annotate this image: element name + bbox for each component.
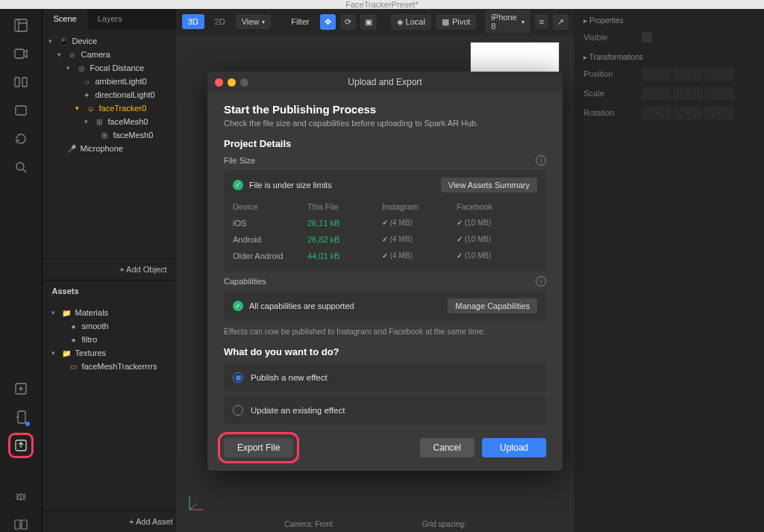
- modal-heading: Start the Publishing Process: [224, 103, 546, 116]
- modal-subheading: Check the file size and capabilities bef…: [224, 119, 546, 128]
- bounds-icon[interactable]: ▣: [360, 14, 377, 30]
- svg-point-7: [16, 163, 24, 170]
- manage-capabilities-button[interactable]: Manage Capabilities: [448, 298, 537, 313]
- radio-icon: [233, 405, 243, 416]
- mode-3d-button[interactable]: 3D: [182, 14, 204, 29]
- scene-tree: ▾📱Device ▾⎚Camera ▾◎Focal Distance ☼ambi…: [43, 30, 175, 258]
- video-icon[interactable]: [13, 46, 28, 61]
- tree-facemesh-b[interactable]: ⊞faceMesh0: [43, 128, 175, 142]
- radio-icon: [233, 372, 243, 383]
- scene-panel: Scene Layers ▾📱Device ▾⎚Camera ▾◎Focal D…: [43, 9, 175, 532]
- assets-textures[interactable]: ▾📁Textures: [43, 346, 175, 360]
- svg-line-20: [190, 504, 197, 510]
- tree-directional[interactable]: ✦directionalLight0: [43, 88, 175, 101]
- table-row: iOS26,11 kB✓ (4 MB)✓ (10 MB): [233, 215, 537, 231]
- export-icon[interactable]: [13, 438, 28, 453]
- upload-export-modal: Upload and Export Start the Publishing P…: [207, 72, 563, 471]
- tree-microphone[interactable]: 🎤Microphone: [43, 142, 175, 155]
- export-file-button[interactable]: Export File: [224, 438, 293, 457]
- scene-tabs: Scene Layers: [43, 9, 175, 30]
- tree-device[interactable]: ▾📱Device: [43, 34, 175, 48]
- check-icon: ✓: [233, 180, 243, 190]
- transformations-heading: ▸ Transformations: [583, 53, 755, 61]
- asset-filtro[interactable]: ●filtro: [43, 333, 175, 346]
- view-assets-summary-button[interactable]: View Assets Summary: [441, 178, 537, 193]
- capabilities-text: All capabilities are supported: [249, 301, 354, 310]
- svg-rect-12: [18, 411, 25, 423]
- assets-materials[interactable]: ▾📁Materials: [43, 306, 175, 319]
- viewport-toolbar: 3D 2D View ▾ Filter ✥ ⟳ ▣ ◈ Local ▦ Pivo…: [176, 9, 575, 34]
- columns-icon[interactable]: [13, 75, 28, 90]
- prop-rotation: Rotation---: [583, 106, 755, 119]
- sync-icon[interactable]: ⟳: [340, 14, 356, 30]
- search-icon[interactable]: [13, 160, 28, 175]
- tab-layers[interactable]: Layers: [87, 9, 133, 30]
- svg-rect-3: [15, 49, 24, 58]
- mode-2d-button[interactable]: 2D: [209, 14, 231, 29]
- list-icon[interactable]: ≡: [535, 14, 548, 29]
- svg-rect-6: [16, 106, 26, 115]
- window-titlebar: FaceTrackerPreset*: [0, 0, 764, 9]
- modal-title: Upload and Export: [207, 77, 563, 87]
- svg-rect-4: [15, 78, 19, 87]
- table-row: Older Android44,01 kB✓ (4 MB)✓ (10 MB): [233, 248, 537, 264]
- pivot-button[interactable]: ▦ Pivot: [436, 14, 476, 30]
- info-icon[interactable]: i: [536, 276, 546, 287]
- filesize-label: File Size: [224, 156, 255, 165]
- tree-facetracker[interactable]: ▾☺faceTracker0: [43, 101, 175, 115]
- assets-panel: Assets ▾📁Materials ●smooth ●filtro ▾📁Tex…: [43, 280, 175, 532]
- visible-checkbox[interactable]: [642, 32, 652, 43]
- option-update-existing[interactable]: Update an existing effect: [224, 396, 546, 425]
- cancel-button[interactable]: Cancel: [420, 438, 475, 457]
- publish-note: Effects can now be published to Instagra…: [224, 327, 546, 336]
- filter-button[interactable]: Filter: [285, 14, 315, 29]
- add-asset-button[interactable]: + Add Asset: [43, 510, 181, 532]
- want-heading: What do you want to do?: [224, 346, 546, 357]
- view-dropdown[interactable]: View ▾: [236, 14, 272, 29]
- filesize-card: ✓ File is under size limits View Assets …: [224, 170, 546, 272]
- prop-visible: Visible: [583, 32, 755, 43]
- capabilities-card: ✓ All capabilities are supported Manage …: [224, 291, 546, 321]
- asset-facemeshtex[interactable]: ▭faceMeshTrackerrrrs: [43, 360, 175, 373]
- tree-facemesh-a[interactable]: ▾⊞faceMesh0: [43, 115, 175, 128]
- popout-icon[interactable]: ↗: [553, 14, 569, 30]
- tree-ambient[interactable]: ☼ambientLight0: [43, 75, 175, 88]
- status-camera: Camera: Front: [284, 520, 332, 531]
- properties-heading: ▸ Properties: [583, 16, 755, 25]
- info-icon[interactable]: i: [536, 155, 546, 166]
- size-table: DeviceThis FileInstagramFacebook iOS26,1…: [233, 198, 537, 264]
- left-rail: [0, 9, 43, 532]
- status-bar: Camera: Front Grid spacing:: [176, 519, 575, 532]
- local-button[interactable]: ◈ Local: [391, 14, 431, 30]
- svg-rect-16: [15, 520, 20, 529]
- prop-scale: Scale---: [583, 87, 755, 100]
- project-details-heading: Project Details: [224, 138, 546, 149]
- panel-icon[interactable]: [13, 103, 28, 118]
- svg-line-8: [23, 169, 26, 172]
- tab-scene[interactable]: Scene: [43, 9, 87, 30]
- asset-smooth[interactable]: ●smooth: [43, 319, 175, 333]
- refresh-icon[interactable]: [13, 131, 28, 146]
- tree-camera[interactable]: ▾⎚Camera: [43, 48, 175, 61]
- option-publish-new[interactable]: Publish a new effect: [224, 363, 546, 392]
- move-tool-icon[interactable]: ✥: [320, 14, 336, 30]
- add-object-button[interactable]: + Add Object: [43, 258, 175, 280]
- modal-titlebar: Upload and Export: [207, 72, 563, 93]
- upload-button[interactable]: Upload: [482, 438, 546, 457]
- svg-rect-5: [22, 78, 27, 87]
- properties-panel: ▸ Properties Visible ▸ Transformations P…: [574, 9, 764, 532]
- check-icon: ✓: [233, 301, 243, 311]
- device-test-icon[interactable]: [13, 410, 28, 425]
- prop-position: Position---: [583, 67, 755, 81]
- layout-icon[interactable]: [13, 18, 28, 33]
- assets-heading: Assets: [43, 281, 175, 301]
- table-row: Android26,82 kB✓ (4 MB)✓ (10 MB): [233, 231, 537, 248]
- device-dropdown[interactable]: iPhone 8 ▾: [485, 10, 530, 34]
- library-icon[interactable]: [13, 517, 28, 532]
- tree-focal[interactable]: ▾◎Focal Distance: [43, 61, 175, 75]
- axis-gizmo: [185, 492, 207, 514]
- status-grid: Grid spacing:: [422, 520, 466, 531]
- under-limits-text: File is under size limits: [249, 181, 332, 190]
- bug-icon[interactable]: [13, 489, 28, 504]
- add-panel-icon[interactable]: [13, 381, 28, 396]
